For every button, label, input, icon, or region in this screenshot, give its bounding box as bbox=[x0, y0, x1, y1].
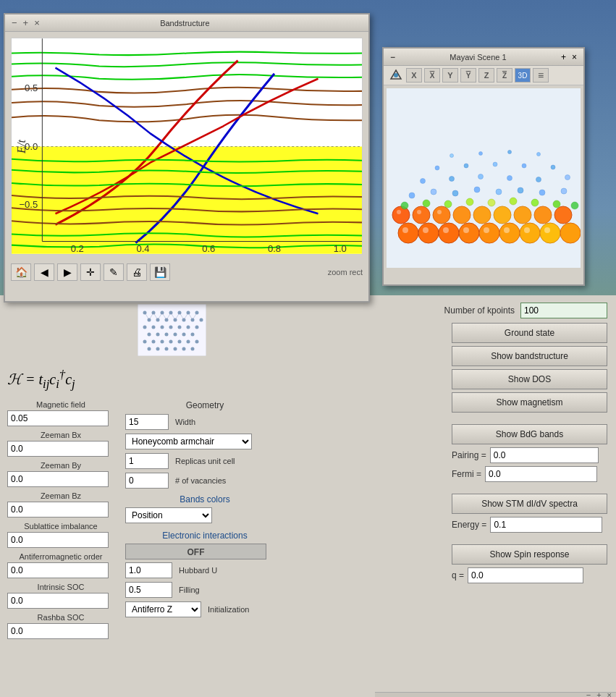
svg-point-39 bbox=[473, 206, 491, 224]
bottom-max-btn[interactable]: + bbox=[596, 690, 601, 697]
bandstructure-title: Bandstructure bbox=[42, 19, 328, 28]
zeeman-bx-input[interactable] bbox=[7, 441, 109, 457]
svg-point-52 bbox=[518, 187, 523, 193]
mayavi-minimize-btn[interactable]: − bbox=[388, 52, 397, 62]
ground-state-button[interactable]: Ground state bbox=[452, 323, 607, 343]
pairing-input[interactable] bbox=[490, 447, 599, 463]
show-magnetism-button[interactable]: Show magnetism bbox=[452, 392, 607, 413]
bottom-close-btn[interactable]: × bbox=[607, 690, 612, 697]
mayavi-btn-config[interactable]: ≡ bbox=[533, 68, 549, 83]
replicas-input[interactable] bbox=[125, 453, 169, 469]
mayavi-btn-x2[interactable]: X bbox=[424, 68, 440, 83]
mayavi-toolbar: X X Y Y Z Z 3D ≡ bbox=[384, 66, 583, 85]
svg-text:E/t: E/t bbox=[15, 140, 28, 154]
back-button[interactable]: ◀ bbox=[34, 263, 54, 281]
vacancies-row: # of vacancies bbox=[125, 473, 284, 489]
intrinsic-soc-input[interactable] bbox=[7, 593, 109, 609]
graphene-image bbox=[138, 304, 206, 356]
svg-point-63 bbox=[493, 162, 497, 166]
kpoints-row: Number of kpoints bbox=[385, 303, 607, 318]
vacancies-label: # of vacancies bbox=[175, 476, 226, 485]
hamiltonian-formula: ℋ = tijci†cj bbox=[7, 368, 369, 392]
kpoints-input[interactable] bbox=[520, 303, 607, 318]
svg-text:0.6: 0.6 bbox=[202, 243, 215, 254]
app-window: ℋ = tijci†cj Magnetic field Zeeman Bx Ze… bbox=[0, 295, 616, 697]
maximize-btn[interactable]: + bbox=[21, 17, 31, 28]
mayavi-btn-y2[interactable]: Y bbox=[460, 68, 476, 83]
show-dos-button[interactable]: Show DOS bbox=[452, 369, 607, 389]
svg-point-28 bbox=[423, 227, 429, 233]
svg-point-115 bbox=[156, 347, 160, 351]
interactions-toggle[interactable]: OFF bbox=[125, 544, 266, 559]
interactions-label: Electronic interactions bbox=[125, 531, 284, 541]
mayavi-btn-y1[interactable]: Y bbox=[442, 68, 458, 83]
svg-point-93 bbox=[200, 318, 203, 322]
svg-point-46 bbox=[437, 210, 442, 214]
svg-point-36 bbox=[413, 206, 430, 224]
zoom-text: zoom rect bbox=[328, 268, 363, 276]
magnetic-params: Magnetic field Zeeman Bx Zeeman By Zeema… bbox=[7, 400, 114, 643]
rashba-soc-input[interactable] bbox=[7, 623, 109, 639]
svg-point-112 bbox=[187, 340, 190, 344]
svg-text:1.0: 1.0 bbox=[334, 243, 347, 254]
initialization-select[interactable]: Antiferro Z Ferro Random bbox=[125, 601, 201, 617]
q-label: q = bbox=[452, 570, 464, 580]
zeeman-by-input[interactable] bbox=[7, 471, 109, 487]
bands-colors-select[interactable]: Position Spin None bbox=[125, 507, 212, 523]
svg-point-37 bbox=[433, 206, 450, 224]
show-bandstructure-button[interactable]: Show bandstructure bbox=[452, 346, 607, 366]
svg-point-60 bbox=[565, 175, 570, 180]
fermi-row: Fermi = bbox=[452, 466, 607, 482]
energy-input[interactable] bbox=[490, 517, 602, 533]
magnetic-field-input[interactable] bbox=[7, 410, 109, 426]
svg-point-103 bbox=[165, 333, 169, 337]
pan-button[interactable]: ✛ bbox=[80, 263, 101, 281]
show-bdg-button[interactable]: Show BdG bands bbox=[452, 424, 607, 444]
svg-point-100 bbox=[195, 326, 199, 329]
svg-point-64 bbox=[522, 164, 526, 168]
geometry-type-select[interactable]: Honeycomb armchair Honeycomb zigzag Squa… bbox=[125, 434, 252, 449]
close-btn[interactable]: × bbox=[32, 17, 42, 28]
fermi-input[interactable] bbox=[485, 466, 597, 482]
mayavi-btn-x1[interactable]: X bbox=[406, 68, 422, 83]
configure-button[interactable]: ✎ bbox=[104, 263, 124, 281]
print-button[interactable]: 🖨 bbox=[127, 263, 147, 281]
q-input[interactable] bbox=[468, 567, 583, 583]
home-button[interactable]: 🏠 bbox=[11, 263, 31, 281]
mayavi-title: Mayavi Scene 1 bbox=[397, 53, 559, 62]
width-input[interactable] bbox=[125, 414, 169, 430]
mayavi-btn-z2[interactable]: Z bbox=[497, 68, 512, 83]
mayavi-btn-z1[interactable]: Z bbox=[478, 68, 494, 83]
mayavi-close-btn[interactable]: × bbox=[570, 52, 579, 62]
vacancies-input[interactable] bbox=[125, 473, 169, 489]
svg-point-22 bbox=[479, 223, 499, 243]
svg-point-59 bbox=[536, 177, 541, 182]
minimize-btn[interactable]: − bbox=[9, 17, 20, 28]
mayavi-icon-logo bbox=[388, 68, 404, 83]
zeeman-bz-label: Zeeman Bz bbox=[7, 491, 114, 500]
svg-point-20 bbox=[439, 223, 459, 243]
forward-button[interactable]: ▶ bbox=[57, 263, 77, 281]
svg-point-21 bbox=[459, 223, 479, 243]
svg-point-54 bbox=[561, 188, 567, 194]
show-stm-button[interactable]: Show STM dI/dV spectra bbox=[452, 494, 607, 514]
svg-point-96 bbox=[161, 326, 164, 329]
hubbard-u-input[interactable] bbox=[125, 562, 172, 578]
svg-point-45 bbox=[417, 210, 421, 214]
antiferro-input[interactable] bbox=[7, 562, 109, 578]
bottom-min-btn[interactable]: − bbox=[586, 690, 591, 697]
filling-input[interactable] bbox=[125, 582, 172, 598]
show-spin-response-button[interactable]: Show Spin response bbox=[452, 544, 607, 565]
save-button[interactable]: 💾 bbox=[150, 263, 170, 281]
zeeman-bz-input[interactable] bbox=[7, 502, 109, 518]
zeeman-by-group: Zeeman By bbox=[7, 461, 114, 487]
intrinsic-soc-label: Intrinsic SOC bbox=[7, 583, 114, 591]
mayavi-btn-3d[interactable]: 3D bbox=[515, 68, 531, 83]
svg-point-66 bbox=[450, 154, 454, 158]
mayavi-controls: − bbox=[388, 52, 397, 62]
svg-point-78 bbox=[571, 202, 578, 209]
bandstructure-titlebar: − + × Bandstructure bbox=[5, 14, 368, 32]
mayavi-max-btn[interactable]: + bbox=[559, 52, 568, 62]
sublattice-input[interactable] bbox=[7, 532, 109, 548]
bands-colors-row: Position Spin None bbox=[125, 507, 284, 523]
